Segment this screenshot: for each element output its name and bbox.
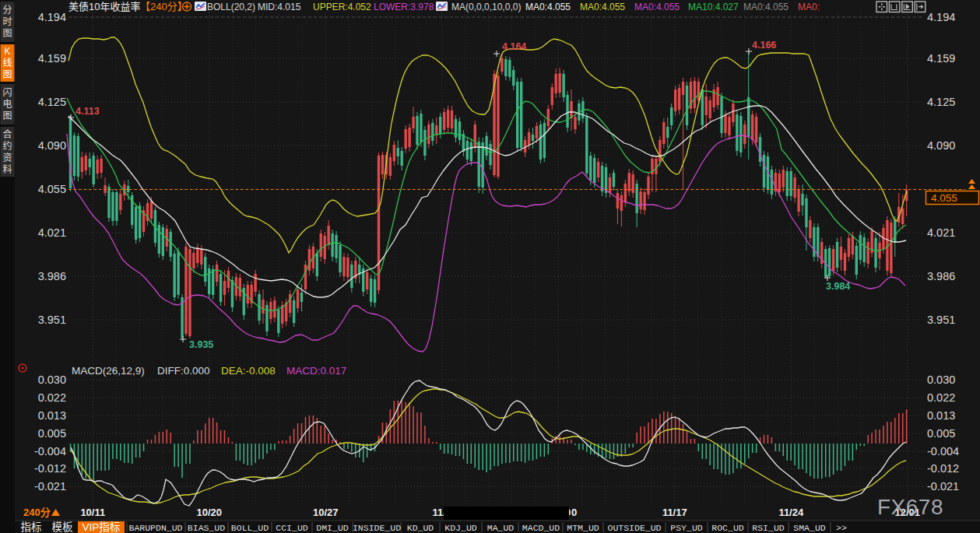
svg-text:UPPER:4.052: UPPER:4.052 (313, 0, 371, 12)
svg-text:4.125: 4.125 (927, 93, 955, 109)
svg-text:图: 图 (2, 67, 12, 80)
svg-text:LOWER:3.978: LOWER:3.978 (374, 0, 434, 12)
svg-text:OUTSIDE_UD: OUTSIDE_UD (607, 523, 661, 533)
svg-text:DMI_UD: DMI_UD (316, 523, 349, 533)
svg-text:料: 料 (2, 162, 12, 175)
svg-text:4.159: 4.159 (927, 49, 955, 65)
svg-text:4.159: 4.159 (38, 49, 66, 65)
svg-text:指标: 指标 (21, 518, 42, 533)
svg-text:MACD(26,12,9): MACD(26,12,9) (72, 362, 145, 377)
svg-text:INSIDE_UD: INSIDE_UD (353, 523, 401, 533)
svg-text:-0.004: -0.004 (34, 442, 66, 458)
svg-text:0.022: 0.022 (927, 388, 955, 405)
svg-text:DEA:-0.008: DEA:-0.008 (221, 362, 276, 377)
svg-text:MA0:4.055: MA0:4.055 (743, 0, 789, 12)
svg-text:KD_UD: KD_UD (407, 523, 434, 533)
svg-text:BOLL(20,2): BOLL(20,2) (207, 0, 255, 12)
svg-text:RSI_UD: RSI_UD (752, 523, 785, 533)
svg-text:4.113: 4.113 (76, 103, 100, 117)
svg-text:DIFF:0.000: DIFF:0.000 (157, 362, 210, 377)
svg-text:0.022: 0.022 (38, 388, 66, 405)
svg-text:4.021: 4.021 (38, 223, 66, 240)
svg-text:4.164: 4.164 (502, 38, 526, 53)
svg-text:MA(0,0,0,10,0,0): MA(0,0,0,10,0,0) (451, 0, 521, 12)
svg-text:3.951: 3.951 (927, 310, 955, 327)
svg-text:11/17: 11/17 (662, 504, 687, 519)
svg-text:0: 0 (571, 504, 577, 519)
svg-text:SMA_UD: SMA_UD (793, 523, 826, 533)
svg-text:MA10:4.027: MA10:4.027 (688, 0, 739, 12)
svg-text:4.194: 4.194 (927, 8, 955, 24)
svg-text:0.013: 0.013 (927, 406, 955, 423)
svg-text:MA0:4.055: MA0:4.055 (525, 0, 571, 12)
svg-text:BOLL_UD: BOLL_UD (231, 523, 269, 533)
svg-text:0.013: 0.013 (38, 406, 66, 423)
svg-text:0.030: 0.030 (927, 370, 955, 387)
svg-text:11/24: 11/24 (778, 504, 804, 519)
svg-text:MACD:0.017: MACD:0.017 (286, 362, 346, 377)
svg-text:-0.021: -0.021 (34, 477, 66, 493)
svg-text:-0.004: -0.004 (927, 442, 959, 458)
svg-text:4.194: 4.194 (38, 8, 66, 24)
svg-text:MA0:4.055: MA0:4.055 (580, 0, 625, 12)
svg-text:4.090: 4.090 (927, 136, 955, 153)
svg-text:MACD_UD: MACD_UD (522, 523, 560, 533)
svg-text:图: 图 (2, 108, 12, 121)
svg-text:3.951: 3.951 (38, 310, 66, 327)
svg-text:MA0:4.055: MA0:4.055 (634, 0, 680, 12)
svg-text:MTM_UD: MTM_UD (567, 523, 599, 533)
svg-text:美债10年收益率: 美债10年收益率 (68, 0, 140, 13)
svg-text:图: 图 (2, 26, 12, 39)
svg-text:10/11: 10/11 (80, 504, 105, 519)
svg-text:240分: 240分 (23, 504, 51, 519)
svg-text:BARUPDN_UD: BARUPDN_UD (128, 523, 182, 533)
svg-text:MA_UD: MA_UD (487, 523, 515, 533)
svg-text:4.055: 4.055 (931, 189, 957, 205)
svg-text:PSY_UD: PSY_UD (670, 523, 703, 533)
svg-text:4.021: 4.021 (927, 223, 955, 240)
svg-text:4.125: 4.125 (38, 93, 66, 109)
svg-text:3.986: 3.986 (38, 267, 66, 283)
svg-text:VIP指标: VIP指标 (83, 518, 121, 533)
svg-text:KDJ_UD: KDJ_UD (444, 523, 477, 533)
svg-text:-0.012: -0.012 (34, 459, 66, 475)
svg-text:0.005: 0.005 (927, 424, 955, 440)
svg-text:3.935: 3.935 (189, 336, 213, 351)
svg-text:MID:4.015: MID:4.015 (258, 0, 301, 12)
svg-text:BIAS_UD: BIAS_UD (188, 523, 225, 533)
svg-text:ROC_UD: ROC_UD (711, 523, 744, 533)
svg-text:10/27: 10/27 (313, 504, 339, 519)
svg-text:FX678: FX678 (877, 489, 943, 521)
svg-text:0.030: 0.030 (38, 370, 66, 387)
svg-text:4.055: 4.055 (38, 180, 66, 196)
svg-text:4.090: 4.090 (38, 136, 66, 153)
svg-text:-0.012: -0.012 (927, 459, 959, 475)
svg-text:3.986: 3.986 (927, 267, 955, 283)
svg-text:4.166: 4.166 (752, 37, 776, 51)
svg-text:【240分】: 【240分】 (140, 0, 188, 13)
svg-text:0.005: 0.005 (38, 424, 66, 440)
svg-text:>>: >> (836, 523, 847, 533)
svg-text:3.984: 3.984 (826, 278, 850, 293)
svg-text:CCI_UD: CCI_UD (276, 523, 308, 533)
svg-text:10/20: 10/20 (197, 504, 223, 519)
svg-text:MA0:: MA0: (798, 0, 820, 12)
